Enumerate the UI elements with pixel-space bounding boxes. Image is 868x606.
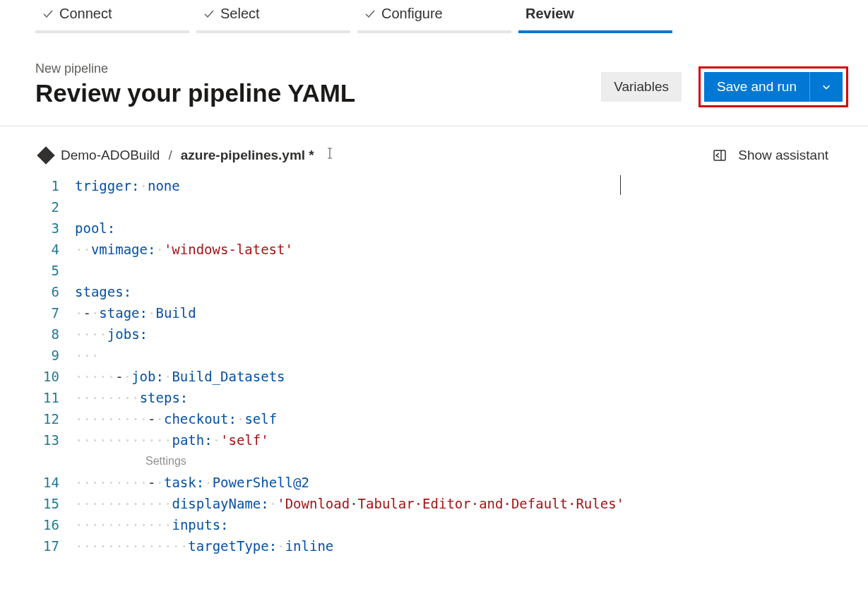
line-number: 11 — [40, 387, 59, 408]
save-and-run-dropdown[interactable] — [810, 72, 843, 102]
code-line[interactable]: ····jobs: — [75, 323, 868, 345]
line-gutter: 1234567891011121314151617 — [40, 175, 75, 557]
file-bar: Demo-ADOBuild / azure-pipelines.yml * Sh… — [0, 126, 868, 175]
breadcrumb-file: azure-pipelines.yml * — [181, 148, 314, 163]
breadcrumb-repo[interactable]: Demo-ADOBuild — [61, 148, 160, 163]
line-number: 2 — [40, 196, 59, 218]
code-line[interactable] — [75, 196, 868, 218]
line-number: 17 — [40, 535, 59, 557]
yaml-editor[interactable]: 1234567891011121314151617 trigger:·nonep… — [0, 175, 868, 557]
save-and-run-button[interactable]: Save and run — [704, 72, 810, 102]
wizard-step-configure[interactable]: Configure — [357, 0, 511, 33]
breadcrumb: Demo-ADOBuild / azure-pipelines.yml * — [40, 146, 337, 164]
code-line[interactable]: ············displayName:·'Download·Tabul… — [75, 493, 868, 514]
wizard-step-label: Configure — [381, 6, 443, 22]
wizard-step-label: Select — [220, 6, 260, 22]
code-line[interactable]: ·-·stage:·Build — [75, 302, 868, 323]
page-title: Review your pipeline YAML — [35, 79, 355, 107]
breadcrumb-separator: / — [168, 148, 172, 163]
repo-icon — [37, 146, 54, 164]
show-assistant-button[interactable]: Show assistant — [713, 148, 828, 163]
wizard-steps: Connect Select Configure Review — [0, 0, 868, 33]
page-subtitle: New pipeline — [35, 61, 355, 76]
code-line[interactable] — [75, 260, 868, 281]
line-number: 6 — [40, 281, 59, 302]
wizard-step-bar — [196, 30, 350, 33]
line-number: 10 — [40, 366, 59, 387]
text-cursor — [620, 175, 621, 195]
line-number: 16 — [40, 514, 59, 535]
show-assistant-label: Show assistant — [738, 148, 828, 163]
line-number: 8 — [40, 323, 59, 345]
line-number: 14 — [40, 472, 59, 493]
line-number: 9 — [40, 345, 59, 366]
save-and-run-highlight: Save and run — [698, 66, 848, 107]
code-line[interactable]: trigger:·none — [75, 175, 868, 196]
code-area[interactable]: trigger:·nonepool:··vmimage:·'windows-la… — [75, 175, 868, 557]
wizard-step-review[interactable]: Review — [518, 0, 672, 33]
wizard-step-bar — [518, 30, 672, 33]
rename-icon[interactable] — [323, 146, 337, 164]
wizard-step-label: Review — [525, 6, 574, 22]
code-line[interactable]: ·········-·task:·PowerShell@2 — [75, 472, 868, 493]
chevron-down-icon — [821, 82, 831, 92]
code-line[interactable]: ············inputs: — [75, 514, 868, 535]
line-number: 4 — [40, 239, 59, 260]
check-icon — [364, 8, 376, 20]
code-line[interactable]: ········steps: — [75, 387, 868, 408]
wizard-step-bar — [35, 30, 189, 33]
line-number: 15 — [40, 493, 59, 514]
panel-collapse-icon — [713, 148, 727, 162]
code-line[interactable]: ··············targetType:·inline — [75, 535, 868, 557]
code-line[interactable]: ·········-·checkout:·self — [75, 408, 868, 429]
code-line[interactable]: stages: — [75, 281, 868, 302]
codelens-settings[interactable]: Settings — [145, 451, 186, 472]
check-icon — [203, 8, 215, 20]
wizard-step-select[interactable]: Select — [196, 0, 350, 33]
code-line[interactable]: pool: — [75, 218, 868, 239]
line-number: 13 — [40, 429, 59, 451]
line-number: 1 — [40, 175, 59, 196]
page-header: New pipeline Review your pipeline YAML V… — [0, 33, 868, 126]
line-number: 12 — [40, 408, 59, 429]
line-number: 7 — [40, 302, 59, 323]
variables-button[interactable]: Variables — [601, 72, 682, 102]
check-icon — [42, 8, 54, 20]
line-number: 5 — [40, 260, 59, 281]
wizard-step-label: Connect — [59, 6, 112, 22]
code-line[interactable]: ·····-·job:·Build_Datasets — [75, 366, 868, 387]
code-line[interactable]: ············path:·'self' — [75, 429, 868, 451]
line-number: 3 — [40, 218, 59, 239]
code-line[interactable]: ··vmimage:·'windows-latest' — [75, 239, 868, 260]
code-line[interactable]: ··· — [75, 345, 868, 366]
wizard-step-bar — [357, 30, 511, 33]
wizard-step-connect[interactable]: Connect — [35, 0, 189, 33]
